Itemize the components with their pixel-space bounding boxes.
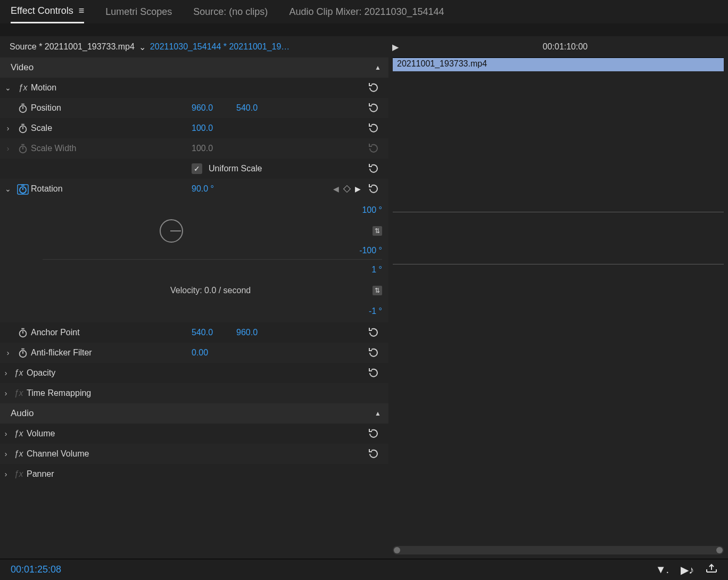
stopwatch-anchor-icon[interactable] [16, 327, 30, 338]
position-label: Position [30, 103, 61, 113]
section-audio-header[interactable]: Audio ▲ [0, 403, 388, 424]
property-position-row: Position 960.0 540.0 [0, 98, 388, 118]
rotation-min-value[interactable]: -100 ° [359, 246, 382, 255]
scrollbar-handle-right[interactable] [716, 547, 723, 553]
volume-label: Volume [26, 429, 55, 438]
anchor-x-value[interactable]: 540.0 [192, 328, 213, 337]
section-video-label: Video [11, 62, 34, 73]
motion-label: Motion [30, 83, 56, 93]
next-keyframe-button[interactable]: ▶ [355, 185, 361, 193]
current-timecode[interactable]: 00:01:25:08 [11, 564, 61, 575]
filter-icon[interactable]: ▼. [656, 564, 669, 576]
rotation-velocity-graph-line [393, 264, 724, 264]
panel-menu-icon[interactable]: ≡ [79, 5, 85, 16]
property-scale-width-row: › Scale Width 100.0 [0, 138, 388, 159]
rotation-value-graph-line [393, 212, 724, 212]
rotation-dial[interactable] [160, 219, 183, 243]
tab-effect-controls[interactable]: Effect Controls ≡ [11, 0, 84, 23]
content-area: Source * 20211001_193733.mp4 ⌄ 20211030_… [0, 23, 728, 580]
reset-antiflicker-button[interactable] [364, 346, 383, 359]
scale-width-value: 100.0 [192, 144, 213, 153]
collapse-up-audio-icon[interactable]: ▲ [375, 410, 381, 417]
property-uniform-scale-row: ✓ Uniform Scale [0, 159, 388, 179]
effect-panner-row[interactable]: › ƒx Panner [0, 464, 388, 484]
velocity-label: Velocity: 0.0 / second [170, 286, 251, 295]
uniform-scale-checkbox[interactable]: ✓ [192, 163, 202, 174]
timeremap-label: Time Remapping [26, 388, 91, 398]
timeline-scrollbar[interactable] [393, 546, 724, 554]
antiflicker-label: Anti-flicker Filter [30, 348, 92, 358]
fx-badge-volume-icon[interactable]: ƒx [12, 429, 26, 438]
rotation-value[interactable]: 90.0 ° [192, 184, 214, 194]
property-antiflicker-row: › Anti-flicker Filter 0.00 [0, 343, 388, 363]
stopwatch-position-icon[interactable] [16, 102, 30, 114]
fx-badge-opacity-icon[interactable]: ƒx [12, 368, 26, 378]
reset-uniform-scale-button[interactable] [364, 162, 383, 175]
effect-motion-row[interactable]: ⌄ ƒx Motion [0, 78, 388, 98]
rotation-max-value[interactable]: 100 ° [362, 205, 382, 215]
play-audio-icon[interactable]: ▶♪ [681, 564, 694, 576]
section-video-header[interactable]: Video ▲ [0, 57, 388, 78]
reset-channel-volume-button[interactable] [364, 448, 383, 460]
reset-opacity-button[interactable] [364, 367, 383, 379]
position-y-value[interactable]: 540.0 [236, 103, 258, 113]
anchor-y-value[interactable]: 960.0 [236, 328, 258, 337]
reset-rotation-button[interactable] [364, 183, 383, 195]
twirl-down-rotation-icon[interactable]: ⌄ [0, 185, 16, 193]
velocity-max-value[interactable]: 1 ° [371, 265, 382, 275]
fx-badge-icon[interactable]: ƒx [16, 83, 30, 93]
fx-badge-panner-icon[interactable]: ƒx [12, 469, 26, 479]
timeline-clip-bar[interactable]: 20211001_193733.mp4 [393, 57, 724, 71]
position-x-value[interactable]: 960.0 [192, 103, 213, 113]
twirl-right-chvol-icon[interactable]: › [0, 450, 12, 458]
stopwatch-antiflicker-icon[interactable] [16, 347, 30, 359]
velocity-range-max: 1 ° [43, 262, 382, 278]
reset-scale-width-button [364, 142, 383, 155]
export-icon[interactable] [706, 564, 717, 576]
rotation-label: Rotation [30, 184, 63, 194]
stopwatch-rotation-icon[interactable] [16, 183, 30, 195]
twirl-right-panner-icon[interactable]: › [0, 470, 12, 478]
timeline-body[interactable] [388, 72, 728, 537]
add-keyframe-button[interactable] [343, 185, 351, 193]
stopwatch-scale-icon[interactable] [16, 122, 30, 134]
twirl-right-antiflicker-icon[interactable]: › [0, 349, 16, 357]
twirl-down-icon[interactable]: ⌄ [0, 84, 16, 92]
reset-motion-button[interactable] [364, 81, 383, 94]
collapse-up-icon[interactable]: ▲ [375, 64, 381, 71]
twirl-right-opacity-icon[interactable]: › [0, 369, 12, 377]
uniform-scale-label: Uniform Scale [208, 164, 262, 173]
play-only-button[interactable]: ▶ [388, 42, 402, 52]
effect-channel-volume-row[interactable]: › ƒx Channel Volume [0, 444, 388, 464]
tab-audio-clip-mixer[interactable]: Audio Clip Mixer: 20211030_154144 [289, 1, 444, 23]
velocity-range-min: -1 ° [43, 303, 382, 319]
reset-position-button[interactable] [364, 102, 383, 114]
reset-volume-button[interactable] [364, 427, 383, 440]
tab-lumetri-scopes[interactable]: Lumetri Scopes [105, 1, 172, 23]
effect-volume-row[interactable]: › ƒx Volume [0, 424, 388, 444]
fx-badge-chvol-icon[interactable]: ƒx [12, 449, 26, 459]
effect-time-remapping-row[interactable]: › ƒx Time Remapping [0, 383, 388, 403]
reset-scale-button[interactable] [364, 122, 383, 135]
property-scale-row: › Scale 100.0 [0, 118, 388, 138]
fx-badge-timeremap-icon[interactable]: ƒx [12, 388, 26, 398]
chevron-down-icon[interactable]: ⌄ [139, 42, 146, 52]
rotation-range-min: -100 ° [43, 244, 382, 260]
reset-anchor-button[interactable] [364, 326, 383, 339]
prev-keyframe-button[interactable]: ◀ [333, 185, 339, 193]
property-rotation-row: ⌄ Rotation 90.0 ° ◀ ▶ [0, 179, 388, 199]
twirl-right-volume-icon[interactable]: › [0, 429, 12, 438]
effect-opacity-row[interactable]: › ƒx Opacity [0, 363, 388, 383]
clip-name-label: 20211001_193733.mp4 [397, 59, 487, 68]
value-graph-toggle[interactable]: ⇅ [373, 226, 382, 236]
velocity-graph-toggle[interactable]: ⇅ [373, 286, 382, 295]
sequence-clip-label[interactable]: 20211030_154144 * 20211001_19… [150, 42, 289, 52]
scale-value[interactable]: 100.0 [192, 123, 213, 133]
source-clip-label[interactable]: Source * 20211001_193733.mp4 [10, 42, 135, 52]
twirl-right-timeremap-icon[interactable]: › [0, 389, 12, 397]
antiflicker-value[interactable]: 0.00 [192, 348, 208, 358]
velocity-min-value[interactable]: -1 ° [369, 306, 382, 316]
scrollbar-handle-left[interactable] [394, 547, 400, 553]
tab-source[interactable]: Source: (no clips) [193, 1, 268, 23]
twirl-right-scale-icon[interactable]: › [0, 124, 16, 132]
